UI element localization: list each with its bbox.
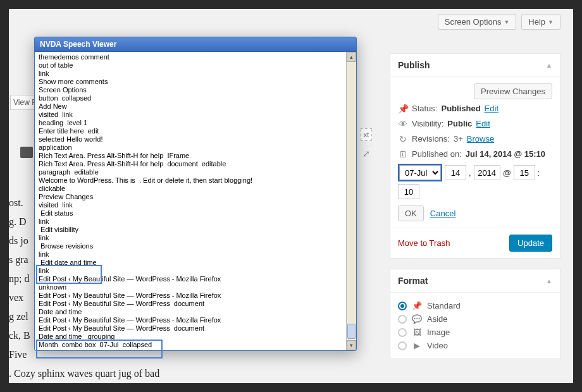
eye-icon: 👁 xyxy=(398,118,408,130)
help-button[interactable]: Help ▼ xyxy=(521,14,560,30)
move-to-trash-link[interactable]: Move to Trash xyxy=(398,238,450,248)
radio-icon xyxy=(398,315,407,324)
edit-status-link[interactable]: Edit xyxy=(485,103,498,114)
colon: : xyxy=(538,168,540,178)
cancel-link[interactable]: Cancel xyxy=(430,209,455,218)
published-value: Jul 14, 2014 @ 15:10 xyxy=(466,149,545,160)
calendar-icon: 🗓 xyxy=(398,149,408,160)
chevron-down-icon: ▼ xyxy=(504,19,509,25)
nvda-log-line: application xyxy=(39,144,356,152)
nvda-log-line: Edit Post ‹ My Beautiful Site — WordPres… xyxy=(39,316,356,324)
scroll-up-arrow[interactable]: ▴ xyxy=(347,52,356,62)
nvda-titlebar[interactable]: NVDA Speech Viewer xyxy=(35,37,356,52)
nvda-log-line: Browse revisions xyxy=(39,242,356,250)
year-input[interactable] xyxy=(474,165,500,180)
nvda-log-line: Screen Options xyxy=(39,86,356,94)
scroll-thumb[interactable] xyxy=(347,324,356,339)
nvda-log-line: paragraph editable xyxy=(39,168,356,176)
editor-toolbar-icon[interactable] xyxy=(20,147,33,158)
publish-visibility-row: 👁 Visibility: Public Edit xyxy=(398,118,552,130)
revisions-value: 3+ xyxy=(454,133,463,145)
radio-icon xyxy=(398,341,407,350)
nvda-log-line: button collapsed xyxy=(39,94,356,102)
comma: , xyxy=(469,168,471,178)
day-input[interactable] xyxy=(445,165,466,180)
chevron-up-icon: ▲ xyxy=(546,62,552,69)
nvda-log-line: unknown xyxy=(39,283,356,291)
format-header[interactable]: Format ▲ xyxy=(390,269,560,293)
format-label: Image xyxy=(427,328,450,337)
nvda-log-line: Preview Changes xyxy=(39,193,356,201)
minute-input[interactable] xyxy=(398,184,419,199)
scroll-track[interactable] xyxy=(347,62,356,340)
datetime-group: 07-Jul , @ : xyxy=(398,164,552,199)
nvda-log-line: Enter title here edit xyxy=(39,127,356,135)
history-icon: ↻ xyxy=(398,133,408,145)
format-title: Format xyxy=(398,276,428,286)
nvda-log-line: themedemos comment xyxy=(39,53,356,61)
radio-icon xyxy=(398,328,407,337)
format-metabox: Format ▲ 📌Standard💬Aside🖼Image▶Video xyxy=(390,269,560,359)
format-option-aside[interactable]: 💬Aside xyxy=(398,312,552,326)
publish-title: Publish xyxy=(398,60,430,70)
screen-options-button[interactable]: Screen Options ▼ xyxy=(438,14,517,30)
month-select[interactable]: 07-Jul xyxy=(399,165,441,180)
pin-icon: 📌 xyxy=(398,103,408,114)
nvda-log-line: Date and time xyxy=(39,308,356,316)
nvda-log-line: Show more comments xyxy=(39,78,356,86)
format-option-image[interactable]: 🖼Image xyxy=(398,326,552,339)
visibility-value: Public xyxy=(447,118,472,130)
nvda-log-line: visited link xyxy=(39,201,356,209)
radio-icon xyxy=(398,302,407,310)
help-label: Help xyxy=(528,17,545,27)
update-button[interactable]: Update xyxy=(509,235,552,252)
nvda-log-line: Edit visibility xyxy=(39,226,356,234)
nvda-log-line: out of table xyxy=(39,61,356,70)
ok-button[interactable]: OK xyxy=(398,205,424,221)
revisions-label: Revisions: xyxy=(412,133,450,145)
nvda-log-line: link xyxy=(39,217,356,226)
at-sign: @ xyxy=(503,168,511,178)
screen-options-label: Screen Options xyxy=(445,17,502,27)
preview-changes-button[interactable]: Preview Changes xyxy=(474,83,552,99)
nvda-log-line: Month combo box 07-Jul collapsed xyxy=(39,341,356,349)
status-value: Published xyxy=(441,103,480,114)
nvda-log-line: Edit Post ‹ My Beautiful Site — WordPres… xyxy=(39,275,356,283)
nvda-log-line: Edit date and time xyxy=(39,259,356,267)
format-icon: 🖼 xyxy=(412,328,422,337)
published-label: Published on: xyxy=(412,149,462,160)
format-label: Aside xyxy=(427,314,448,324)
expand-icon[interactable]: ⤢ xyxy=(361,148,372,159)
nvda-log-line: link xyxy=(39,70,356,78)
nvda-log-line: Welcome to WordPress. This is . Edit or … xyxy=(39,176,356,185)
scrollbar[interactable]: ▴ ▾ xyxy=(346,52,356,350)
text-tab-partial[interactable]: xt xyxy=(361,128,372,141)
publish-header[interactable]: Publish ▲ xyxy=(390,54,560,77)
nvda-log-line: link xyxy=(39,267,356,275)
nvda-log-line: link xyxy=(39,250,356,259)
nvda-log-line: Add New xyxy=(39,102,356,111)
nvda-speech-viewer-window: NVDA Speech Viewer themedemos commentout… xyxy=(34,37,357,351)
format-icon: ▶ xyxy=(412,341,422,350)
browse-revisions-link[interactable]: Browse xyxy=(467,133,494,145)
nvda-log-line: clickable xyxy=(39,185,356,193)
nvda-log-line: Edit Post ‹ My Beautiful Site — WordPres… xyxy=(39,300,356,308)
format-option-standard[interactable]: 📌Standard xyxy=(398,299,552,312)
format-option-video[interactable]: ▶Video xyxy=(398,339,552,352)
visibility-label: Visibility: xyxy=(412,118,443,130)
hour-input[interactable] xyxy=(514,165,535,180)
chevron-up-icon: ▲ xyxy=(546,278,552,285)
nvda-log-line: heading level 1 xyxy=(39,119,356,127)
format-icon: 💬 xyxy=(412,314,422,324)
format-icon: 📌 xyxy=(412,301,422,310)
status-label: Status: xyxy=(412,103,437,114)
nvda-log-line: visited link xyxy=(39,111,356,119)
nvda-log-line: Date and time grouping xyxy=(39,333,356,341)
format-label: Video xyxy=(427,341,448,350)
nvda-log-line: selected Hello world! xyxy=(39,135,356,144)
format-label: Standard xyxy=(427,301,461,310)
edit-visibility-link[interactable]: Edit xyxy=(476,118,490,130)
nvda-speech-log: themedemos commentout of tablelinkShow m… xyxy=(35,52,356,350)
scroll-down-arrow[interactable]: ▾ xyxy=(347,340,356,350)
chevron-down-icon: ▼ xyxy=(548,19,554,25)
